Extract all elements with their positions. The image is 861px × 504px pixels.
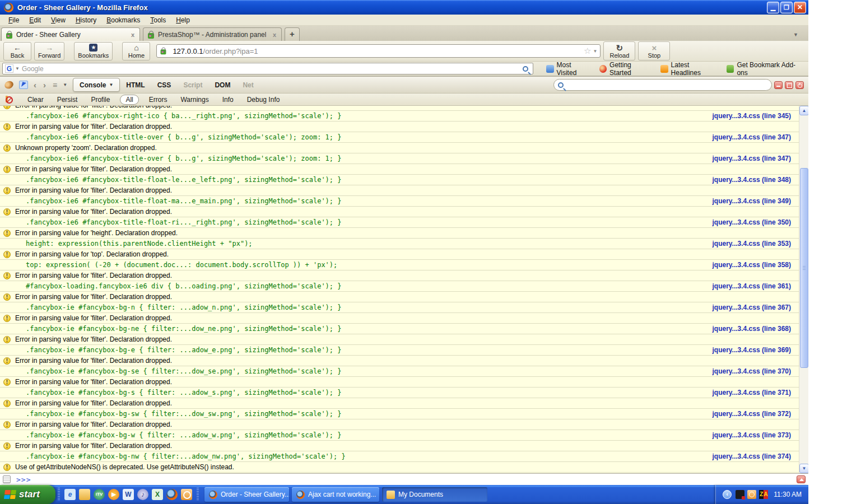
source-file-link[interactable]: jquery...3.4.css (line 345) (712, 112, 791, 120)
source-code-row[interactable]: height: expression(this.parentNode.clien… (0, 239, 799, 249)
console-filter-button[interactable]: Debug Info (240, 96, 287, 104)
firebug-panel-tab[interactable]: DOM (208, 81, 236, 89)
source-code-row[interactable]: .fancybox-ie #fancybox-bg-sw { filter:..… (0, 409, 799, 419)
firebug-detach-button[interactable] (785, 81, 793, 89)
source-code-row[interactable]: .fancybox-ie #fancybox-bg-e { filter: ..… (0, 345, 799, 356)
source-code-row[interactable]: .fancybox-ie6 #fancybox-right-ico { ba..… (0, 111, 799, 122)
minimize-button[interactable]: ▁ (767, 2, 779, 13)
menu-item[interactable]: Edit (24, 15, 46, 25)
reload-button[interactable]: ↻ Reload (603, 41, 635, 60)
search-icon[interactable] (523, 66, 528, 72)
console-filter-button[interactable]: Persist (50, 96, 85, 104)
warning-message-row[interactable]: ! Error in parsing value for 'filter'. D… (0, 398, 799, 409)
source-file-link[interactable]: jquery...3.4.css (line 361) (712, 282, 791, 290)
source-code-row[interactable]: .fancybox-ie #fancybox-bg-nw { filter:..… (0, 451, 799, 462)
break-on-errors-icon[interactable] (4, 95, 13, 104)
menu-item[interactable]: Bookmarks (101, 15, 145, 25)
console-filter-button[interactable]: Warnings (174, 96, 215, 104)
browser-tab[interactable]: PrestaShop™ - Administration panel x (143, 27, 282, 41)
bookmark-item[interactable]: Most Visited (543, 60, 594, 78)
url-bar[interactable]: 127.0.0.1 /order.php?ipa=1 ☆ ▼ (156, 44, 601, 58)
warning-message-row[interactable]: ! Error in parsing value for 'filter'. D… (0, 106, 799, 111)
source-file-link[interactable]: jquery...3.4.css (line 358) (712, 261, 791, 269)
bookmark-item[interactable]: Get Bookmark Add-ons (724, 60, 806, 78)
source-code-row[interactable]: .fancybox-ie6 #fancybox-title-float-ri..… (0, 217, 799, 228)
stop-button[interactable]: × Stop (638, 41, 670, 60)
firebug-panel-tab[interactable]: Net (236, 81, 259, 89)
warning-message-row[interactable]: ! Error in parsing value for 'height'. D… (0, 228, 799, 239)
close-button[interactable]: ✕ (794, 2, 806, 13)
firebug-deactivate-button[interactable] (795, 81, 804, 89)
source-file-link[interactable]: jquery...3.4.css (line 373) (712, 431, 791, 439)
warning-message-row[interactable]: ! Error in parsing value for 'filter'. D… (0, 356, 799, 366)
firebug-panel-tab[interactable]: CSS (151, 81, 178, 89)
warning-message-row[interactable]: ! Error in parsing value for 'filter'. D… (0, 207, 799, 217)
firebug-panel-tab[interactable]: Console ▼ (73, 78, 120, 92)
scrollbar-thumb[interactable] (800, 168, 808, 368)
panel-options-caret-icon[interactable]: ▼ (109, 82, 113, 87)
clock-tray-icon[interactable] (747, 490, 756, 499)
console-filter-button[interactable]: Info (216, 96, 240, 104)
url-dropdown-icon[interactable]: ▼ (593, 49, 597, 54)
firebug-menu-icon[interactable]: ≡ (53, 81, 57, 90)
console-filter-button[interactable]: Profile (84, 96, 117, 104)
console-filter-button[interactable]: Errors (142, 96, 174, 104)
back-button[interactable]: ← Back (3, 42, 31, 60)
source-code-row[interactable]: .fancybox-ie #fancybox-bg-w { filter: ..… (0, 430, 799, 441)
menu-item[interactable]: Help (171, 15, 195, 25)
source-file-link[interactable]: jquery...3.4.css (line 372) (712, 410, 791, 418)
history-back-icon[interactable]: ‹ (34, 80, 36, 90)
source-file-link[interactable]: jquery...3.4.css (line 348) (712, 176, 791, 184)
command-editor-toggle-button[interactable] (797, 475, 806, 483)
warning-message-row[interactable]: ! Error in parsing value for 'top'. Decl… (0, 249, 799, 260)
home-button[interactable]: ⌂ Home (122, 42, 150, 60)
tray-collapse-icon[interactable]: ‹ (723, 490, 732, 499)
quick-launch-icon[interactable] (181, 489, 192, 500)
source-code-row[interactable]: .fancybox-ie #fancybox-bg-n { filter: ..… (0, 302, 799, 313)
tab-close-icon[interactable]: x (272, 31, 277, 38)
bookmarks-button[interactable]: ★ Bookmarks (74, 42, 113, 60)
source-file-link[interactable]: jquery...3.4.css (line 353) (712, 240, 791, 248)
source-file-link[interactable]: jquery...3.4.css (line 368) (712, 325, 791, 333)
bookmark-item[interactable]: Latest Headlines (658, 60, 722, 78)
command-prompt[interactable]: >>> (16, 475, 31, 484)
warning-message-row[interactable]: ! Error in parsing value for 'filter'. D… (0, 419, 799, 430)
warning-message-row[interactable]: ! Use of getAttributeNodeNS() is depreca… (0, 462, 799, 473)
new-tab-button[interactable]: + (285, 27, 300, 41)
console-filter-button[interactable]: All (120, 95, 138, 105)
browser-tab[interactable]: Order - Sheer Gallery x (1, 27, 140, 41)
taskbar-task-button[interactable]: My Documents (382, 487, 487, 502)
menu-item[interactable]: Tools (145, 15, 171, 25)
quick-launch-icon[interactable]: X (152, 489, 163, 500)
menu-item[interactable]: File (3, 15, 24, 25)
source-file-link[interactable]: jquery...3.4.css (line 370) (712, 367, 791, 375)
source-file-link[interactable]: jquery...3.4.css (line 371) (712, 389, 791, 396)
source-file-link[interactable]: jquery...3.4.css (line 374) (712, 452, 791, 460)
menu-item[interactable]: View (46, 15, 71, 25)
warning-message-row[interactable]: ! Error in parsing value for 'filter'. D… (0, 185, 799, 196)
firebug-panel-tab[interactable]: HTML (120, 81, 151, 89)
quick-launch-icon[interactable]: W (123, 489, 134, 500)
source-file-link[interactable]: jquery...3.4.css (line 347) (712, 155, 791, 162)
quick-launch-icon[interactable] (166, 489, 178, 500)
console-filter-button[interactable]: Clear (21, 96, 50, 104)
firebug-minimize-button[interactable] (774, 81, 783, 89)
source-code-row[interactable]: .fancybox-ie6 #fancybox-title-over { b..… (0, 153, 799, 164)
network-tray-icon[interactable] (736, 490, 744, 499)
warning-message-row[interactable]: ! Error in parsing value for 'filter'. D… (0, 313, 799, 324)
warning-message-row[interactable]: ! Error in parsing value for 'filter'. D… (0, 377, 799, 388)
history-forward-icon[interactable]: › (43, 80, 46, 90)
quick-launch-icon[interactable] (79, 489, 90, 500)
options-dropdown-icon[interactable]: ▼ (63, 82, 67, 87)
source-code-row[interactable]: .fancybox-ie6 #fancybox-title-float-ma..… (0, 196, 799, 207)
maximize-button[interactable]: ❐ (780, 2, 793, 13)
source-code-row[interactable]: .fancybox-ie #fancybox-bg-se { filter:..… (0, 366, 799, 377)
quick-launch-icon[interactable]: ♪ (137, 489, 148, 500)
menu-item[interactable]: History (71, 15, 101, 25)
bookmark-item[interactable]: Getting Started (597, 60, 656, 78)
warning-message-row[interactable]: ! Error in parsing value for 'filter'. D… (0, 164, 799, 175)
source-file-link[interactable]: jquery...3.4.css (line 350) (712, 218, 791, 226)
source-code-row[interactable]: .fancybox-ie #fancybox-bg-ne { filter:..… (0, 324, 799, 334)
source-code-row[interactable]: #fancybox-loading.fancybox-ie6 div { b..… (0, 281, 799, 292)
quick-launch-icon[interactable]: ▶ (108, 489, 119, 500)
